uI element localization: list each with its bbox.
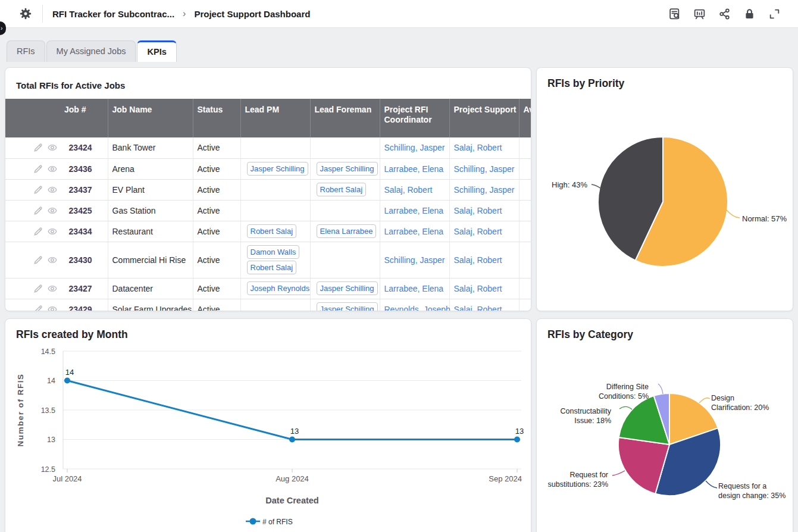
table-row: 23430Commercial Hi RiseActiveDamon Walls… xyxy=(5,242,531,278)
view-button[interactable] xyxy=(48,227,57,236)
tab-kpis[interactable]: KPIs xyxy=(137,40,176,62)
view-button[interactable] xyxy=(48,255,57,265)
lead-foreman-button[interactable]: Jasper Schilling xyxy=(317,281,378,295)
lead-pm-button[interactable]: Robert Salaj xyxy=(247,224,297,238)
lead-foreman-button[interactable]: Jasper Schilling xyxy=(317,162,378,176)
job-name: Restaurant xyxy=(108,221,193,242)
y-axis-title: Number of RFIS xyxy=(16,373,25,446)
presentation-icon xyxy=(693,8,706,20)
svg-text:Jul 2024: Jul 2024 xyxy=(52,474,82,483)
pie-label-constructability-issue: ConstructabilityIssue: 18% xyxy=(561,407,611,425)
lead-pm-button[interactable]: Jasper Schilling xyxy=(247,162,308,176)
support-link[interactable]: Salaj, Robert xyxy=(454,305,502,312)
panel-title: Total RFIs for Active Jobs xyxy=(16,80,125,90)
view-button[interactable] xyxy=(48,164,57,174)
column-header-project-support[interactable]: Project Support xyxy=(449,99,519,137)
lock-button[interactable] xyxy=(742,7,757,21)
support-link[interactable]: Salaj, Robert xyxy=(454,206,502,215)
lead-pm-button[interactable]: Damon Walls xyxy=(247,245,300,259)
coordinator-link[interactable]: Schilling, Jasper xyxy=(384,143,445,152)
panel-rfis-by-category: RFIs by Category DesignClarification: 20… xyxy=(536,318,793,532)
pie-label-line xyxy=(699,398,710,403)
settings-button[interactable] xyxy=(20,8,32,20)
edit-button[interactable] xyxy=(33,305,43,312)
panel-rfis-created-by-month: RFIs created by Month 12.51313.51414.5Ju… xyxy=(5,318,531,532)
data-label: 13 xyxy=(290,427,299,436)
table-row: 23434RestaurantActiveRobert SalajElena L… xyxy=(5,221,531,242)
breadcrumb: RFI Tracker for Subcontrac... › Project … xyxy=(52,8,310,19)
pie-label-line xyxy=(619,406,632,409)
lead-foreman-button[interactable]: Jasper Schilling xyxy=(317,302,378,311)
edit-button[interactable] xyxy=(33,284,43,293)
job-status: Active xyxy=(193,137,240,158)
lead-pm-button[interactable]: Robert Salaj xyxy=(247,261,297,274)
coordinator-link[interactable]: Schilling, Jasper xyxy=(384,255,445,265)
job-name: Arena xyxy=(108,158,193,179)
job-status: Active xyxy=(193,158,240,179)
column-header-job[interactable]: Job # xyxy=(5,99,108,137)
support-link[interactable]: Salaj, Robert xyxy=(454,227,502,236)
job-number: 23429 xyxy=(57,305,105,312)
job-number: 23437 xyxy=(57,185,105,195)
svg-text:Sep 2024: Sep 2024 xyxy=(489,474,522,483)
topbar-divider xyxy=(42,5,43,23)
presentation-button[interactable] xyxy=(692,7,707,21)
coordinator-link[interactable]: Larrabee, Elena xyxy=(384,164,444,174)
column-header-job-name[interactable]: Job Name xyxy=(108,99,193,137)
edit-button[interactable] xyxy=(33,227,43,236)
breadcrumb-page: Project Support Dashboard xyxy=(194,9,310,19)
lead-foreman-button[interactable]: Elena Larrabee xyxy=(317,224,377,238)
support-link[interactable]: Salaj, Robert xyxy=(454,255,502,265)
coordinator-link[interactable]: Larrabee, Elena xyxy=(384,206,444,215)
breadcrumb-app[interactable]: RFI Tracker for Subcontrac... xyxy=(52,9,174,19)
edit-button[interactable] xyxy=(33,143,43,152)
data-point xyxy=(64,378,70,384)
coordinator-link[interactable]: Salaj, Robert xyxy=(384,185,433,195)
column-header-lead-pm[interactable]: Lead PM xyxy=(240,99,310,137)
coordinator-link[interactable]: Reynolds, Joseph xyxy=(384,305,450,312)
edit-button[interactable] xyxy=(33,206,43,215)
column-header-avg[interactable]: Avg xyxy=(519,99,531,137)
support-link[interactable]: Schilling, Jasper xyxy=(454,164,515,174)
view-button[interactable] xyxy=(48,305,57,312)
column-header-status[interactable]: Status xyxy=(193,99,240,137)
support-link[interactable]: Schilling, Jasper xyxy=(454,185,515,195)
edit-button[interactable] xyxy=(33,164,43,174)
tab-my-assigned-jobs[interactable]: My Assigned Jobs xyxy=(46,40,136,62)
tab-rfis[interactable]: RFIs xyxy=(7,40,45,62)
data-label: 14 xyxy=(65,368,74,377)
support-link[interactable]: Salaj, Robert xyxy=(454,143,502,152)
coordinator-link[interactable]: Larrabee, Elena xyxy=(384,227,444,236)
view-button[interactable] xyxy=(48,185,57,195)
job-number: 23436 xyxy=(57,164,105,174)
pie-label-normal: Normal: 57% xyxy=(742,214,787,224)
job-number: 23434 xyxy=(57,227,105,236)
pie-label-requests-for-a-design-change: Requests for adesign change: 35% xyxy=(718,482,786,500)
top-bar: RFI Tracker for Subcontrac... › Project … xyxy=(0,0,798,28)
column-header-project-rfi-coordinator[interactable]: Project RFI Coordinator xyxy=(380,99,449,137)
table-row: 23425Gas StationActiveLarrabee, ElenaSal… xyxy=(5,200,531,221)
job-number: 23424 xyxy=(57,143,105,152)
report-search-button[interactable] xyxy=(667,7,682,21)
legend-item-rfis[interactable]: # of RFIS xyxy=(246,518,293,526)
chevron-right-icon: › xyxy=(183,8,186,19)
gear-icon xyxy=(20,8,32,20)
column-header-lead-foreman[interactable]: Lead Foreman xyxy=(310,99,380,137)
share-button[interactable] xyxy=(717,7,732,21)
view-button[interactable] xyxy=(48,206,57,215)
job-name: Bank Tower xyxy=(108,137,193,158)
job-number: 23427 xyxy=(57,284,105,293)
edit-button[interactable] xyxy=(33,185,43,195)
rfi-table-body: 23424Bank TowerActiveSchilling, JasperSa… xyxy=(5,137,531,311)
edit-button[interactable] xyxy=(33,255,43,265)
job-status: Active xyxy=(193,299,240,311)
lead-foreman-button[interactable]: Robert Salaj xyxy=(317,183,367,196)
coordinator-link[interactable]: Larrabee, Elena xyxy=(384,284,444,293)
support-link[interactable]: Salaj, Robert xyxy=(454,284,502,293)
data-point xyxy=(514,437,520,443)
job-name: Datacenter xyxy=(108,278,193,299)
view-button[interactable] xyxy=(48,284,57,293)
lead-pm-button[interactable]: Joseph Reynolds xyxy=(247,281,311,295)
expand-button[interactable] xyxy=(767,7,782,21)
view-button[interactable] xyxy=(48,143,57,152)
